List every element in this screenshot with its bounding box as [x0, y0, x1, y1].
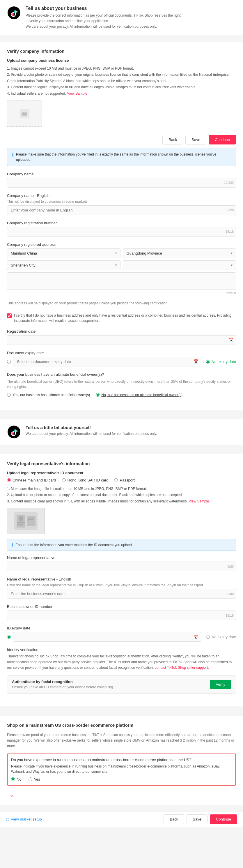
company-name-english-input[interactable]	[7, 205, 236, 215]
expiry-date-radio[interactable]	[7, 360, 11, 364]
address-char-count: 22/100	[7, 291, 236, 295]
legal-name-english-label: Name of legal representative - English	[7, 577, 236, 581]
id-expiry-row: 📅 No expiry date	[7, 632, 236, 642]
id-expiry-date-radio[interactable]	[7, 635, 11, 639]
id-type-hk-radio[interactable]	[62, 478, 66, 482]
id-type-passport[interactable]: Passport	[114, 478, 134, 482]
no-expiry-radio[interactable]	[206, 360, 210, 364]
verify-button[interactable]: Verify	[210, 680, 231, 689]
ubo-no-option: No, our business has no ultimate benefic…	[96, 393, 182, 397]
legal-name-group: Name of legal representative 0/80	[7, 555, 236, 571]
instruction-1: 1. Images cannot exceed 10 MB and must b…	[7, 65, 236, 72]
id-image-placeholder[interactable]	[7, 508, 45, 534]
id-expiry-date-wrapper: 📅	[13, 632, 201, 642]
id-type-hk[interactable]: Hong Kong SAR ID card	[62, 478, 109, 482]
svg-point-2	[11, 13, 14, 16]
reg-address-label: Company registered address	[7, 242, 236, 247]
reg-date-input[interactable]	[7, 335, 236, 345]
id-type-cn[interactable]: Chinese mainland ID card	[7, 478, 56, 482]
certification-checkbox[interactable]	[7, 313, 12, 318]
ubo-no-radio[interactable]	[96, 393, 100, 397]
bottom-right-toolbar: Back Save Continue	[164, 814, 237, 824]
bottom-save-button[interactable]: Save	[186, 814, 208, 824]
id-type-hk-label: Hong Kong SAR ID card	[68, 478, 109, 482]
svg-rect-13	[17, 524, 23, 525]
header-text: Tell us about your business Please provi…	[26, 6, 181, 30]
svg-point-6	[7, 426, 21, 438]
identity-verification-desc: Thanks for choosing TikTok Shop! It's ti…	[7, 654, 236, 671]
id-expiry-date-input[interactable]	[13, 632, 201, 642]
bottom-back-button[interactable]: Back	[164, 814, 184, 824]
district-select[interactable]	[123, 260, 236, 270]
expiry-row: 📅 No expiry date	[7, 357, 236, 366]
header-desc3: We care about your privacy. All informat…	[26, 24, 181, 29]
owner-id-label: Business owner ID number	[7, 604, 236, 609]
district-select-wrapper: ▼	[123, 260, 236, 270]
continue-button[interactable]: Continue	[209, 135, 236, 145]
company-name-group: Company name 10/120	[7, 172, 236, 188]
reg-number-input[interactable]	[7, 227, 236, 237]
legal-name-input[interactable]	[7, 562, 236, 571]
toolbar: Back Save Continue	[7, 131, 236, 148]
id-type-passport-label: Passport	[119, 478, 134, 482]
company-name-english-wrapper: 0/120	[7, 205, 236, 215]
platform-no-radio[interactable]	[11, 777, 15, 781]
platform-question-label: Do you have experience in running busine…	[11, 757, 232, 762]
instruction-3: 3. Content must be legible, displayed in…	[7, 84, 236, 91]
svg-rect-12	[17, 522, 25, 523]
platform-yes-label: Yes	[34, 777, 40, 781]
ubo-group: Does your business have an ultimate bene…	[7, 372, 236, 397]
id-type-cn-radio[interactable]	[7, 478, 11, 482]
company-name-input[interactable]	[7, 178, 236, 188]
view-sample-link[interactable]: View Sample	[67, 91, 87, 96]
id-no-expiry-radio[interactable]	[206, 635, 210, 639]
company-name-english-label: Company name - English	[7, 193, 236, 198]
ubo-yes-option: Yes, our business has ultimate beneficia…	[7, 393, 90, 397]
id-view-sample-link[interactable]: View Sample	[188, 499, 209, 503]
identity-verification-group: Identity verification Thanks for choosin…	[7, 648, 236, 693]
city-select[interactable]: Shenzhen City	[7, 260, 120, 270]
ubo-label: Does your business have an ultimate bene…	[7, 372, 236, 377]
upload-box[interactable]	[7, 100, 42, 127]
platform-title: Shop on a mainstream US cross-border eco…	[7, 723, 236, 727]
platform-section: Shop on a mainstream US cross-border eco…	[0, 716, 243, 806]
verify-info: Authenticate by facial recognition Ensur…	[12, 680, 114, 689]
company-name-english-sublabel: This will be displayed to customers in s…	[7, 199, 236, 204]
id-instruction-3: 3. Content must be clear and shown in fu…	[7, 498, 236, 505]
country-select[interactable]: Mainland China	[7, 248, 120, 258]
ubo-options: Yes, our business has ultimate beneficia…	[7, 393, 236, 397]
authenticate-desc: Ensure you have an HD camera on your dev…	[12, 685, 114, 689]
authenticate-box: Authenticate by facial recognition Ensur…	[7, 675, 236, 693]
legal-name-english-input[interactable]	[7, 589, 236, 598]
svg-point-8	[11, 432, 14, 435]
platform-yes-radio[interactable]	[29, 777, 32, 781]
svg-point-1	[14, 10, 16, 13]
save-button[interactable]: Save	[185, 135, 206, 145]
expiry-date-input[interactable]	[13, 357, 201, 366]
bottom-toolbar: ◎ View market setup Back Save Continue	[0, 811, 243, 827]
platform-no-option[interactable]: No	[11, 777, 22, 781]
platform-question-box: Do you have experience in running busine…	[7, 753, 236, 785]
owner-id-input[interactable]	[7, 611, 236, 620]
brand-icon	[7, 6, 21, 20]
instruction-2: 2. Provide a color photo or scanned copy…	[7, 72, 236, 84]
company-section-title: Verify company information	[7, 49, 236, 54]
platform-yes-option[interactable]: Yes	[29, 777, 40, 781]
id-instructions: 1. Make sure the image file is smaller t…	[7, 486, 236, 505]
province-select[interactable]: Guangdong Province	[123, 248, 236, 258]
info-icon: ℹ	[12, 152, 14, 158]
address-detail-input[interactable]	[7, 272, 236, 290]
header-banner: Tell us about your business Please provi…	[0, 0, 243, 36]
bottom-continue-button[interactable]: Continue	[210, 814, 237, 824]
legal-name-count: 0/80	[228, 565, 234, 568]
company-name-wrapper: 10/120	[7, 178, 236, 188]
ubo-yes-radio[interactable]	[7, 393, 11, 397]
id-no-expiry-label: No expiry date	[212, 635, 236, 639]
certification-row: I certify that I do not have a business …	[7, 310, 236, 326]
reg-date-wrapper: 📅	[7, 335, 236, 345]
contact-support-link[interactable]: contact TikTok Shop seller support.	[155, 665, 209, 670]
view-market-setup[interactable]: ◎ View market setup	[6, 817, 42, 822]
market-setup-label: View market setup	[11, 817, 42, 822]
back-button[interactable]: Back	[162, 135, 183, 145]
id-type-passport-radio[interactable]	[114, 478, 118, 482]
